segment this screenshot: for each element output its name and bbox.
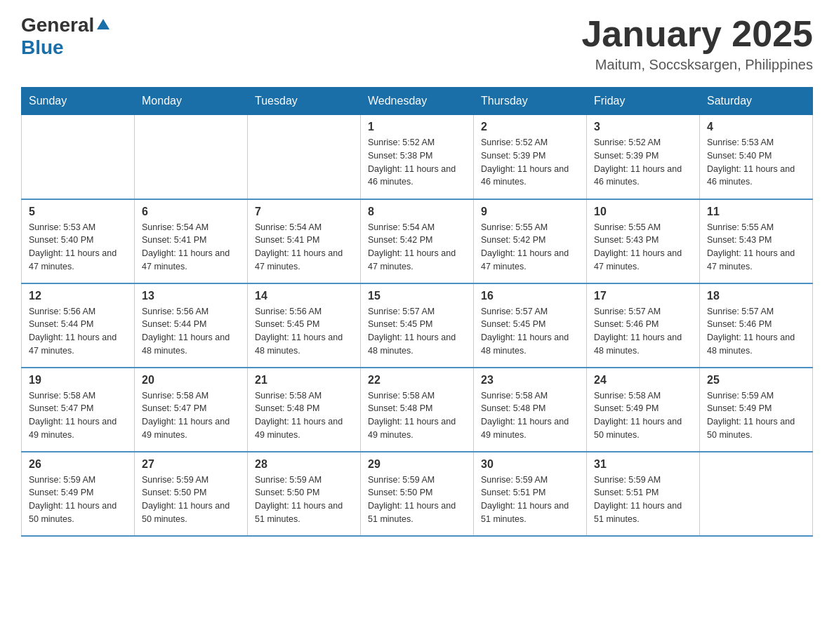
calendar-cell <box>135 115 248 199</box>
calendar-week-row: 5Sunrise: 5:53 AM Sunset: 5:40 PM Daylig… <box>22 199 813 283</box>
day-number: 5 <box>29 206 127 218</box>
calendar-cell: 2Sunrise: 5:52 AM Sunset: 5:39 PM Daylig… <box>474 115 587 199</box>
calendar-table: SundayMondayTuesdayWednesdayThursdayFrid… <box>21 87 813 537</box>
calendar-cell: 14Sunrise: 5:56 AM Sunset: 5:45 PM Dayli… <box>248 283 361 368</box>
day-info: Sunrise: 5:57 AM Sunset: 5:46 PM Dayligh… <box>707 305 805 358</box>
day-info: Sunrise: 5:58 AM Sunset: 5:49 PM Dayligh… <box>594 389 692 442</box>
day-number: 22 <box>368 374 466 387</box>
day-number: 3 <box>594 121 692 133</box>
day-number: 18 <box>707 290 805 302</box>
day-number: 21 <box>255 374 353 387</box>
calendar-header-thursday: Thursday <box>474 88 587 115</box>
day-info: Sunrise: 5:55 AM Sunset: 5:43 PM Dayligh… <box>594 221 692 274</box>
day-info: Sunrise: 5:59 AM Sunset: 5:50 PM Dayligh… <box>255 474 353 526</box>
calendar-cell: 26Sunrise: 5:59 AM Sunset: 5:49 PM Dayli… <box>22 452 135 536</box>
day-number: 16 <box>481 290 579 302</box>
day-number: 12 <box>29 290 127 302</box>
day-info: Sunrise: 5:58 AM Sunset: 5:47 PM Dayligh… <box>142 389 240 442</box>
day-info: Sunrise: 5:55 AM Sunset: 5:43 PM Dayligh… <box>707 221 805 274</box>
day-info: Sunrise: 5:56 AM Sunset: 5:44 PM Dayligh… <box>29 305 127 358</box>
day-info: Sunrise: 5:59 AM Sunset: 5:49 PM Dayligh… <box>707 389 805 442</box>
calendar-cell: 11Sunrise: 5:55 AM Sunset: 5:43 PM Dayli… <box>700 199 813 283</box>
logo: General Blue <box>21 14 110 59</box>
page-header: General Blue January 2025 Maitum, Soccsk… <box>21 14 813 73</box>
calendar-header-row: SundayMondayTuesdayWednesdayThursdayFrid… <box>22 88 813 115</box>
month-title: January 2025 <box>581 14 813 54</box>
day-info: Sunrise: 5:52 AM Sunset: 5:38 PM Dayligh… <box>368 136 466 189</box>
calendar-cell: 31Sunrise: 5:59 AM Sunset: 5:51 PM Dayli… <box>587 452 700 536</box>
day-info: Sunrise: 5:56 AM Sunset: 5:44 PM Dayligh… <box>142 305 240 358</box>
day-info: Sunrise: 5:59 AM Sunset: 5:50 PM Dayligh… <box>368 474 466 526</box>
day-number: 30 <box>481 458 579 471</box>
day-number: 9 <box>481 206 579 218</box>
day-info: Sunrise: 5:52 AM Sunset: 5:39 PM Dayligh… <box>481 136 579 189</box>
day-info: Sunrise: 5:58 AM Sunset: 5:48 PM Dayligh… <box>368 389 466 442</box>
day-number: 8 <box>368 206 466 218</box>
day-info: Sunrise: 5:58 AM Sunset: 5:48 PM Dayligh… <box>481 389 579 442</box>
logo-general-text: General <box>21 14 94 36</box>
day-number: 11 <box>707 206 805 218</box>
day-info: Sunrise: 5:59 AM Sunset: 5:51 PM Dayligh… <box>594 474 692 526</box>
calendar-week-row: 1Sunrise: 5:52 AM Sunset: 5:38 PM Daylig… <box>22 115 813 199</box>
calendar-header-saturday: Saturday <box>700 88 813 115</box>
calendar-cell: 22Sunrise: 5:58 AM Sunset: 5:48 PM Dayli… <box>361 368 474 452</box>
day-info: Sunrise: 5:57 AM Sunset: 5:45 PM Dayligh… <box>368 305 466 358</box>
calendar-header-friday: Friday <box>587 88 700 115</box>
calendar-cell: 25Sunrise: 5:59 AM Sunset: 5:49 PM Dayli… <box>700 368 813 452</box>
calendar-cell: 9Sunrise: 5:55 AM Sunset: 5:42 PM Daylig… <box>474 199 587 283</box>
day-info: Sunrise: 5:57 AM Sunset: 5:45 PM Dayligh… <box>481 305 579 358</box>
day-number: 19 <box>29 374 127 387</box>
title-block: January 2025 Maitum, Soccsksargen, Phili… <box>581 14 813 73</box>
day-info: Sunrise: 5:56 AM Sunset: 5:45 PM Dayligh… <box>255 305 353 358</box>
calendar-header-tuesday: Tuesday <box>248 88 361 115</box>
day-number: 24 <box>594 374 692 387</box>
calendar-cell: 10Sunrise: 5:55 AM Sunset: 5:43 PM Dayli… <box>587 199 700 283</box>
day-number: 13 <box>142 290 240 302</box>
day-info: Sunrise: 5:55 AM Sunset: 5:42 PM Dayligh… <box>481 221 579 274</box>
day-number: 15 <box>368 290 466 302</box>
logo-blue-text: Blue <box>21 36 64 58</box>
day-info: Sunrise: 5:52 AM Sunset: 5:39 PM Dayligh… <box>594 136 692 189</box>
day-number: 1 <box>368 121 466 133</box>
calendar-cell: 16Sunrise: 5:57 AM Sunset: 5:45 PM Dayli… <box>474 283 587 368</box>
calendar-week-row: 19Sunrise: 5:58 AM Sunset: 5:47 PM Dayli… <box>22 368 813 452</box>
calendar-cell: 12Sunrise: 5:56 AM Sunset: 5:44 PM Dayli… <box>22 283 135 368</box>
calendar-cell <box>22 115 135 199</box>
day-info: Sunrise: 5:58 AM Sunset: 5:47 PM Dayligh… <box>29 389 127 442</box>
calendar-cell: 27Sunrise: 5:59 AM Sunset: 5:50 PM Dayli… <box>135 452 248 536</box>
day-number: 23 <box>481 374 579 387</box>
day-number: 27 <box>142 458 240 471</box>
day-number: 10 <box>594 206 692 218</box>
day-info: Sunrise: 5:53 AM Sunset: 5:40 PM Dayligh… <box>707 136 805 189</box>
day-number: 7 <box>255 206 353 218</box>
calendar-cell: 28Sunrise: 5:59 AM Sunset: 5:50 PM Dayli… <box>248 452 361 536</box>
calendar-cell <box>700 452 813 536</box>
location-title: Maitum, Soccsksargen, Philippines <box>581 57 813 73</box>
calendar-week-row: 26Sunrise: 5:59 AM Sunset: 5:49 PM Dayli… <box>22 452 813 536</box>
logo-triangle-icon <box>97 19 110 29</box>
day-number: 31 <box>594 458 692 471</box>
day-number: 17 <box>594 290 692 302</box>
calendar-cell: 1Sunrise: 5:52 AM Sunset: 5:38 PM Daylig… <box>361 115 474 199</box>
calendar-cell: 29Sunrise: 5:59 AM Sunset: 5:50 PM Dayli… <box>361 452 474 536</box>
day-number: 6 <box>142 206 240 218</box>
calendar-cell: 19Sunrise: 5:58 AM Sunset: 5:47 PM Dayli… <box>22 368 135 452</box>
calendar-cell: 4Sunrise: 5:53 AM Sunset: 5:40 PM Daylig… <box>700 115 813 199</box>
calendar-cell: 30Sunrise: 5:59 AM Sunset: 5:51 PM Dayli… <box>474 452 587 536</box>
day-info: Sunrise: 5:59 AM Sunset: 5:50 PM Dayligh… <box>142 474 240 526</box>
calendar-cell: 17Sunrise: 5:57 AM Sunset: 5:46 PM Dayli… <box>587 283 700 368</box>
calendar-cell: 18Sunrise: 5:57 AM Sunset: 5:46 PM Dayli… <box>700 283 813 368</box>
day-number: 28 <box>255 458 353 471</box>
day-info: Sunrise: 5:54 AM Sunset: 5:41 PM Dayligh… <box>142 221 240 274</box>
calendar-header-sunday: Sunday <box>22 88 135 115</box>
calendar-cell: 21Sunrise: 5:58 AM Sunset: 5:48 PM Dayli… <box>248 368 361 452</box>
day-number: 25 <box>707 374 805 387</box>
calendar-cell <box>248 115 361 199</box>
day-number: 4 <box>707 121 805 133</box>
calendar-cell: 8Sunrise: 5:54 AM Sunset: 5:42 PM Daylig… <box>361 199 474 283</box>
day-number: 2 <box>481 121 579 133</box>
day-info: Sunrise: 5:54 AM Sunset: 5:41 PM Dayligh… <box>255 221 353 274</box>
calendar-header-wednesday: Wednesday <box>361 88 474 115</box>
day-info: Sunrise: 5:53 AM Sunset: 5:40 PM Dayligh… <box>29 221 127 274</box>
calendar-cell: 5Sunrise: 5:53 AM Sunset: 5:40 PM Daylig… <box>22 199 135 283</box>
